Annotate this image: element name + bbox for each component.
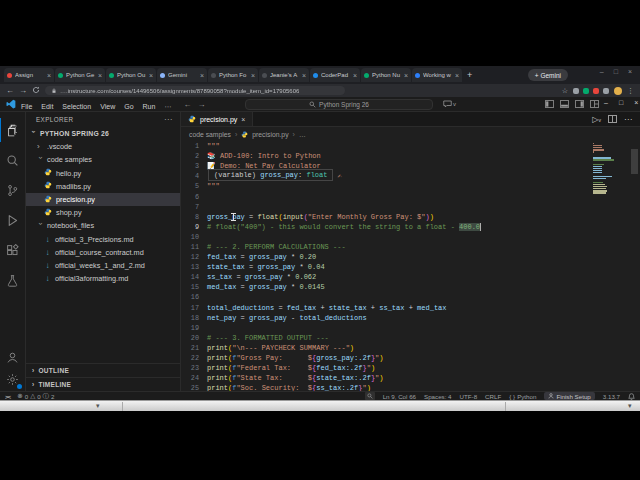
tab-close-icon[interactable]: ×: [455, 72, 459, 79]
history-forward-icon[interactable]: →: [197, 100, 205, 109]
run-debug-icon[interactable]: [0, 208, 25, 232]
code-line[interactable]: 25print(f"Soc. Security: ${ss_tax:.2f}"): [181, 383, 640, 391]
zoom-indicator[interactable]: [365, 392, 375, 400]
tab-close-icon[interactable]: ×: [149, 72, 153, 79]
encoding-indicator[interactable]: UTF-8: [460, 393, 478, 400]
editor-more-icon[interactable]: ⋯: [624, 115, 632, 124]
maximize-button[interactable]: □: [614, 68, 618, 75]
code-line[interactable]: 22print(f"Gross Pay: ${gross_pay:.2f}"): [181, 353, 640, 363]
tree-item-official3aformatting-md[interactable]: ↓official3aformatting.md: [26, 272, 180, 285]
tree-item-shop-py[interactable]: shop.py: [26, 206, 180, 219]
back-icon[interactable]: ←: [6, 87, 14, 95]
extension-icon[interactable]: [593, 88, 599, 94]
explorer-icon[interactable]: [0, 118, 26, 142]
language-indicator[interactable]: { } Python: [509, 393, 536, 400]
menu-file[interactable]: File: [21, 103, 32, 110]
eol-indicator[interactable]: CRLF: [485, 393, 501, 400]
breadcrumb-file[interactable]: precision.py: [252, 131, 288, 138]
tree-item-madlibs-py[interactable]: madlibs.py: [26, 180, 180, 193]
tree-item-hello-py[interactable]: hello.py: [26, 167, 180, 180]
extension-icon[interactable]: [603, 88, 609, 94]
extensions-icon[interactable]: [0, 238, 25, 262]
toggle-secondary-sidebar-icon[interactable]: [575, 100, 584, 108]
tab-close-icon[interactable]: ×: [47, 72, 51, 79]
code-line[interactable]: 5""": [181, 181, 640, 191]
address-bar[interactable]: ….instructure.com/courses/14496506/assig…: [45, 86, 345, 95]
code-line[interactable]: 11# --- 2. PERFORM CALCULATIONS ---: [181, 242, 640, 252]
tab-close-icon[interactable]: ×: [302, 72, 306, 79]
browser-tab[interactable]: Gemini×: [157, 68, 207, 82]
notifications-bell-icon[interactable]: [628, 393, 635, 400]
explorer-more-icon[interactable]: ⋯: [164, 115, 172, 124]
bookmark-star-icon[interactable]: ☆: [562, 87, 568, 95]
tree-item-official-3-precisions-md[interactable]: ↓official_3_Precisions.md: [26, 233, 180, 246]
tree-item-precision-py[interactable]: precision.py: [26, 193, 180, 206]
gemini-button[interactable]: + Gemini: [528, 69, 568, 81]
browser-tab[interactable]: Assign×: [4, 68, 54, 82]
editor-scrollbar[interactable]: [631, 149, 638, 174]
menu-go[interactable]: Go: [124, 103, 133, 110]
tab-close-icon[interactable]: ×: [353, 72, 357, 79]
browser-tab[interactable]: Jeanie's A×: [259, 68, 309, 82]
browser-tab[interactable]: Python Ge×: [55, 68, 105, 82]
tree-item--vscode[interactable]: ›.vscode: [26, 140, 180, 153]
code-line[interactable]: 14ss_tax = gross_pay * 0.062: [181, 272, 640, 282]
minimap[interactable]: [593, 143, 616, 383]
code-line[interactable]: 24print(f"State Tax: ${state_tax:.2f}"): [181, 373, 640, 383]
toggle-sidebar-icon[interactable]: [545, 100, 554, 108]
code-line[interactable]: 7: [181, 202, 640, 212]
code-line[interactable]: 8gross_pay = float(input("Enter Monthly …: [181, 212, 640, 222]
tab-close-icon[interactable]: ×: [241, 116, 245, 123]
menu-selection[interactable]: Selection: [62, 103, 91, 110]
browser-tab[interactable]: CoderPad×: [310, 68, 360, 82]
tab-precision-py[interactable]: precision.py ×: [181, 112, 253, 126]
toggle-panel-icon[interactable]: [560, 100, 569, 108]
extension-icon[interactable]: [583, 88, 589, 94]
code-line[interactable]: 21print("\n--- PAYCHECK SUMMARY ---"): [181, 343, 640, 353]
minimize-button[interactable]: –: [600, 68, 604, 75]
settings-icon[interactable]: [0, 367, 25, 391]
indentation-indicator[interactable]: Spaces: 4: [424, 393, 452, 400]
breadcrumb-folder[interactable]: code samples: [189, 131, 231, 138]
code-line[interactable]: 1""": [181, 141, 640, 151]
browser-tab[interactable]: Python Ou×: [106, 68, 156, 82]
browser-tab[interactable]: Python Nu×: [361, 68, 411, 82]
vscode-maximize-button[interactable]: □: [619, 99, 623, 106]
code-line[interactable]: 18net_pay = gross_pay - total_deductions: [181, 313, 640, 323]
code-line[interactable]: 20# --- 3. FORMATTED OUTPUT ---: [181, 333, 640, 343]
code-line[interactable]: 13state_tax = gross_pay * 0.04: [181, 262, 640, 272]
finish-setup-button[interactable]: Finish Setup: [544, 392, 594, 400]
tree-item-official-weeks-1-and-2-md[interactable]: ↓official_weeks_1_and_2.md: [26, 259, 180, 272]
reload-icon[interactable]: [32, 86, 40, 96]
menu-run[interactable]: Run: [143, 103, 156, 110]
tab-close-icon[interactable]: ×: [98, 72, 102, 79]
browser-tab[interactable]: Python Fo×: [208, 68, 258, 82]
breadcrumb-symbol[interactable]: …: [299, 131, 306, 138]
run-button[interactable]: ▷v: [592, 115, 601, 124]
python-version-indicator[interactable]: 3.13.7: [603, 393, 620, 400]
code-line[interactable]: 19: [181, 323, 640, 333]
copilot-chat-button[interactable]: v: [443, 100, 456, 108]
timeline-section[interactable]: › TIMELINE: [26, 377, 180, 391]
customize-layout-icon[interactable]: [590, 100, 599, 108]
menu-view[interactable]: View: [100, 103, 115, 110]
code-line[interactable]: 12fed_tax = gross_pay * 0.20: [181, 252, 640, 262]
code-line[interactable]: 16: [181, 292, 640, 302]
code-line[interactable]: 10: [181, 232, 640, 242]
tab-close-icon[interactable]: ×: [251, 72, 255, 79]
close-button[interactable]: ×: [628, 68, 632, 75]
code-line[interactable]: 2📚 ADD-100: Intro to Python: [181, 151, 640, 161]
menu-[interactable]: ⋯: [164, 103, 171, 110]
tree-item-code-samples[interactable]: ›code samples: [26, 153, 180, 166]
vscode-minimize-button[interactable]: –: [604, 99, 608, 106]
tab-close-icon[interactable]: ×: [404, 72, 408, 79]
testing-icon[interactable]: [0, 268, 25, 292]
code-line[interactable]: 9# float("400") - this would convert the…: [181, 222, 640, 232]
code-line[interactable]: 6: [181, 191, 640, 201]
remote-indicator[interactable]: ><: [5, 393, 10, 400]
profile-avatar[interactable]: [614, 87, 622, 95]
tree-item-official-course-contract-md[interactable]: ↓official_course_contract.md: [26, 246, 180, 259]
new-tab-button[interactable]: +: [467, 70, 472, 80]
account-icon[interactable]: [0, 345, 25, 369]
outline-section[interactable]: › OUTLINE: [26, 363, 180, 377]
